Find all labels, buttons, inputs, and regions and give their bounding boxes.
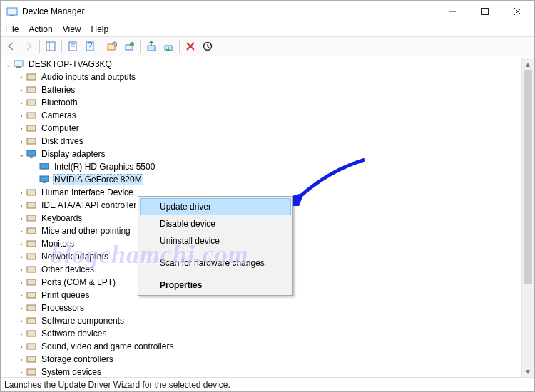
scroll-down-icon[interactable]: ▾ (522, 365, 534, 377)
tree-category[interactable]: ›Bluetooth (1, 96, 521, 109)
svg-rect-40 (27, 241, 36, 247)
maximize-button[interactable] (469, 1, 501, 22)
uninstall-device-button[interactable] (160, 38, 176, 54)
svg-rect-28 (27, 125, 36, 131)
expand-icon[interactable]: › (17, 304, 26, 312)
ctx-uninstall-device[interactable]: Uninstall device (140, 232, 291, 249)
tree-item-label: System devices (40, 367, 103, 377)
device-icon (26, 315, 37, 326)
expand-icon[interactable]: ⌄ (4, 61, 13, 68)
minimize-button[interactable] (436, 1, 469, 22)
scroll-thumb[interactable] (524, 70, 532, 284)
scroll-up-icon[interactable]: ▴ (522, 58, 534, 70)
svg-rect-13 (108, 44, 115, 50)
tree-category[interactable]: ›Software devices (1, 327, 521, 340)
tree-category[interactable]: ›Audio inputs and outputs (1, 71, 521, 83)
tree-category[interactable]: ›Disk drives (1, 135, 521, 148)
device-icon (26, 238, 37, 249)
enable-device-button[interactable] (200, 38, 215, 54)
svg-rect-23 (16, 66, 21, 68)
ctx-properties[interactable]: Properties (140, 277, 291, 294)
menu-action[interactable]: Action (29, 24, 52, 34)
expand-icon[interactable]: › (17, 292, 26, 299)
expand-icon[interactable]: › (17, 202, 26, 210)
tree-item-label: Display adapters (40, 149, 106, 159)
ctx-scan-hardware[interactable]: Scan for hardware changes (140, 254, 291, 272)
device-icon (26, 148, 37, 160)
menu-file[interactable]: File (5, 24, 19, 34)
svg-rect-44 (27, 292, 36, 298)
expand-icon[interactable]: › (17, 240, 26, 248)
forward-button[interactable] (21, 38, 36, 54)
scan-hardware-button[interactable] (104, 38, 120, 54)
expand-icon[interactable]: › (17, 279, 26, 287)
svg-rect-50 (27, 369, 36, 375)
close-button[interactable] (501, 1, 534, 22)
tree-device[interactable]: NVIDIA GeForce 820M (1, 173, 521, 186)
svg-rect-0 (7, 8, 17, 15)
tree-device[interactable]: Intel(R) HD Graphics 5500 (1, 160, 521, 173)
tree-item-label: Other devices (40, 264, 96, 274)
disable-device-button[interactable] (183, 38, 198, 54)
svg-rect-6 (46, 42, 55, 51)
vertical-scrollbar[interactable]: ▴ ▾ (521, 58, 534, 377)
help-button[interactable]: ? (82, 38, 98, 54)
expand-icon[interactable]: › (17, 189, 26, 197)
expand-icon[interactable]: › (17, 125, 26, 133)
expand-icon[interactable]: › (17, 227, 26, 235)
expand-icon[interactable]: › (17, 266, 26, 274)
tree-category[interactable]: ›Cameras (1, 109, 521, 122)
device-icon (26, 341, 37, 352)
tree-category[interactable]: ›Storage controllers (1, 353, 521, 366)
tree-category[interactable]: ›Computer (1, 122, 521, 135)
tree-item-label: Mice and other pointing (40, 226, 132, 236)
status-text: Launches the Update Driver Wizard for th… (4, 380, 230, 390)
expand-icon[interactable]: › (17, 215, 26, 222)
svg-rect-3 (482, 9, 489, 15)
tree-category[interactable]: ›System devices (1, 366, 521, 377)
menu-view[interactable]: View (63, 24, 81, 34)
tree-category[interactable]: ›Software components (1, 314, 521, 327)
expand-icon[interactable]: › (17, 99, 26, 107)
svg-rect-34 (40, 176, 49, 182)
ctx-disable-device[interactable]: Disable device (140, 215, 291, 232)
tree-category[interactable]: ›Processors (1, 301, 521, 314)
tree-item-label: Software devices (40, 329, 108, 339)
expand-icon[interactable]: › (17, 356, 26, 363)
tree-category[interactable]: ›Batteries (1, 83, 521, 96)
expand-icon[interactable]: › (17, 138, 26, 145)
tree-root[interactable]: ⌄DESKTOP-TVAG3KQ (1, 58, 521, 71)
expand-icon[interactable]: › (17, 253, 26, 261)
svg-rect-24 (27, 74, 36, 80)
tree-item-label: Print queues (40, 290, 91, 300)
svg-rect-48 (27, 344, 36, 349)
device-icon (13, 58, 24, 70)
expand-icon[interactable]: › (17, 73, 26, 81)
expand-icon[interactable]: › (17, 368, 26, 376)
device-icon (26, 225, 37, 237)
ctx-update-driver[interactable]: Update driver (140, 198, 291, 215)
properties-button[interactable] (65, 38, 81, 54)
expand-icon[interactable]: › (17, 86, 26, 94)
menu-help[interactable]: Help (91, 24, 109, 34)
tree-item-label: DESKTOP-TVAG3KQ (27, 59, 113, 69)
expand-icon[interactable]: ⌄ (17, 150, 26, 158)
expand-icon[interactable]: › (17, 317, 26, 325)
tree-item-label: Software components (40, 316, 126, 326)
svg-rect-27 (27, 113, 36, 118)
update-driver-button[interactable] (143, 38, 159, 54)
svg-rect-1 (10, 15, 14, 16)
device-icon (26, 302, 37, 314)
svg-rect-46 (27, 318, 36, 324)
expand-icon[interactable]: › (17, 343, 26, 351)
add-legacy-button[interactable] (121, 38, 137, 54)
svg-rect-32 (40, 163, 49, 169)
back-button[interactable] (4, 38, 19, 54)
tree-category[interactable]: ›Sound, video and game controllers (1, 340, 521, 353)
tree-category[interactable]: ⌄Display adapters (1, 148, 521, 160)
expand-icon[interactable]: › (17, 112, 26, 120)
device-icon (39, 161, 50, 172)
show-hide-tree-button[interactable] (43, 38, 58, 54)
svg-rect-17 (148, 46, 155, 51)
expand-icon[interactable]: › (17, 330, 26, 338)
